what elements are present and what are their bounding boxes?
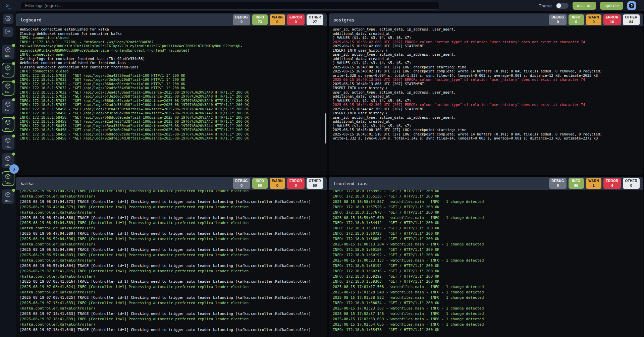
badge-other[interactable]: OTHER0 (623, 178, 640, 188)
panel-title: frontend-iaas (333, 181, 368, 186)
sidebar-container-item[interactable]: lo… (2, 171, 14, 186)
log-line: 2025-08-15 16:40:00.783 UTC [27] LOG: ch… (333, 65, 640, 69)
log-output[interactable]: WebSocket connection established for kaf… (16, 26, 327, 175)
badge-error[interactable]: ERROR16 (603, 14, 621, 25)
scrollbar-thumb[interactable] (325, 113, 326, 144)
status-dot-icon (12, 153, 15, 156)
log-line: [2025-08-19 06:42:04,580] TRACE [Control… (20, 215, 324, 221)
badge-debug[interactable]: DEBUG0 (233, 14, 250, 25)
container-cube-icon (5, 101, 11, 108)
container-label: zo… (5, 163, 10, 166)
log-line: 2025-08-15 17:00:23,137 - watchfiles.mai… (333, 258, 640, 263)
status-dot-icon (12, 80, 15, 83)
log-line: user_id, action_type, action_data, ip_ad… (333, 90, 640, 95)
badge-info[interactable]: INFO73 (252, 14, 268, 25)
log-line: Closing WebSocket connection for contain… (20, 32, 324, 36)
badge-debug[interactable]: DEBUG0 (549, 178, 567, 188)
log-line: tail=100&token=eyJhbGciOiJIUzI1NiIsInR5c… (20, 44, 324, 48)
badge-debug[interactable]: DEBUG0 (233, 178, 250, 188)
log-line: INFO: 172.18.0.1:60192 - "GET / HTTP/1.1… (333, 263, 640, 269)
log-line: INFO: 172.18.0.1:60186 - "GET / HTTP/1.1… (333, 247, 640, 252)
sidebar-items: au… fr… ka… ka… po… re… zo (0, 41, 16, 204)
status-dot-icon (12, 134, 15, 137)
log-output[interactable]: user_id, action_type, action_data, ip_ad… (329, 26, 643, 175)
container-label: re… (5, 145, 10, 148)
log-line: INFO: 172.18.0.1:57678 - "GET / HTTP/1.1… (333, 210, 640, 215)
panel-header: logboard DEBUG0INFO73WARN0ERROR0OTHER27 (16, 13, 327, 26)
log-line: user_id, action_type, action_data, ip_ad… (333, 52, 640, 57)
sidebar-container-item[interactable]: re… (2, 135, 14, 150)
log-line: [2025-08-19 07:08:41,624] INFO [Controll… (20, 284, 324, 290)
sidebar: au… fr… ka… ka… po… re… zo (0, 11, 16, 337)
ws-toggle-button[interactable]: ws: on (573, 2, 596, 10)
badge-other[interactable]: OTHER84 (623, 14, 640, 25)
log-line: ) VALUES ($1, $2, $3, $4, $5, $6, $7) (333, 61, 640, 65)
status-dot-icon (12, 44, 15, 47)
log-line: INFO: 172.18.0.1:59308 - "GET / HTTP/1.1… (333, 279, 640, 284)
badge-other[interactable]: OTHER50 (307, 178, 324, 188)
log-line: INFO: 172.18.0.1:60216 - "GET / HTTP/1.1… (333, 269, 640, 274)
badge-warn[interactable]: WARN0 (270, 14, 285, 25)
log-line: [2025-08-19 07:08:41,625] TRACE [Control… (20, 295, 324, 300)
log-line: INFO: 172.18.0.1:55478 - "GET / HTTP/1.1… (333, 327, 640, 333)
log-line: INFO: 172.18.0.1:60192 - "GET / HTTP/1.1… (333, 252, 640, 258)
help-button[interactable]: ? (627, 1, 636, 10)
log-line: 2025-08-15 16:45:00.169 UTC [27] LOG: ch… (333, 128, 640, 132)
log-line: [2025-08-19 06:37:04,573] INFO [Controll… (20, 190, 324, 194)
badge-warn[interactable]: WARN1 (586, 178, 601, 188)
badge-info[interactable]: INFO95 (569, 178, 584, 188)
badge-info[interactable]: INFO0 (569, 14, 584, 25)
log-line: 2025-08-15 16:59:07,670 - watchfiles.mai… (333, 215, 640, 221)
badge-warn[interactable]: WARN0 (586, 14, 601, 25)
badge-error[interactable]: ERROR0 (287, 14, 305, 25)
log-line: 2025-08-15 16:44:42.309 UTC [207] ERROR:… (333, 103, 640, 107)
log-line: [2025-08-19 06:57:04,604] TRACE [Control… (20, 263, 324, 269)
chevron-right-icon: ❯ (13, 166, 15, 172)
sidebar-container-item[interactable]: us… (2, 189, 14, 204)
badge-other[interactable]: OTHER27 (307, 14, 324, 25)
sidebar-container-item[interactable]: au… (2, 45, 14, 59)
badge-debug[interactable]: DEBUG0 (549, 14, 567, 25)
status-dot-icon (12, 62, 15, 65)
sidebar-container-item[interactable]: ka… (2, 81, 14, 96)
badge-error[interactable]: ERROR4 (603, 178, 621, 188)
log-line: 2025-08-15 16:44:42.309 UTC [207] STATEM… (333, 107, 640, 111)
status-dot-icon (12, 98, 15, 101)
log-line: 2025-08-15 16:40:13.868 UTC [207] ERROR:… (333, 77, 640, 82)
log-line: 2025-08-15 17:02:37,146 - watchfiles.mai… (333, 311, 640, 317)
log-output[interactable]: [2025-08-19 06:37:04,573] INFO [Controll… (16, 190, 327, 337)
log-line: INFO: 172.18.0.1:58458 - "GET /api/logs/… (20, 119, 324, 124)
log-line: 2025-08-15 16:40:02.119 UTC [27] LOG: ch… (333, 69, 640, 73)
log-line: ) VALUES ($1, $2, $3, $4, $5, $6, $7) (333, 36, 640, 40)
log-line: [2025-08-19 07:13:41,633] INFO [Controll… (20, 300, 324, 306)
help-icon: ? (629, 3, 634, 8)
logout-button[interactable] (3, 27, 13, 37)
log-line: ) VALUES ($1, $2, $3, $4, $5, $6, $7) (333, 124, 640, 128)
update-button[interactable]: update (600, 2, 623, 10)
panel-header: kafka DEBUG0INFO50WARN0ERROR0OTHER50 (16, 177, 327, 190)
log-line: [2025-08-19 07:18:41,640] TRACE [Control… (20, 327, 324, 333)
settings-button[interactable] (3, 14, 13, 24)
log-panel-kafka: kafka DEBUG0INFO50WARN0ERROR0OTHER50 [20… (16, 177, 327, 337)
log-output[interactable]: INFO: 172.18.0.1:63952 - "GET / HTTP/1.1… (329, 190, 643, 337)
log-line: INFO: 172.18.0.1:57032 - "GET /api/logs/… (20, 94, 324, 99)
badge-info[interactable]: INFO50 (252, 178, 268, 188)
container-label: lo… (5, 181, 10, 184)
badge-warn[interactable]: WARN0 (270, 178, 285, 188)
sidebar-container-item[interactable]: ka… (2, 99, 14, 114)
badge-group: DEBUG0INFO0WARN0ERROR16OTHER84 (549, 14, 640, 25)
topbar-controls: Theme ws: on update ? (539, 1, 644, 10)
sidebar-expand-button[interactable]: ❯ (9, 164, 19, 174)
badge-error[interactable]: ERROR0 (287, 178, 305, 188)
theme-toggle[interactable] (556, 3, 569, 9)
log-line: [2025-08-19 06:52:04,596] INFO [Controll… (20, 236, 324, 242)
filter-input[interactable] (21, 2, 439, 10)
container-cube-icon (5, 119, 11, 126)
log-line: [2025-08-19 07:03:41,615] INFO [Controll… (20, 269, 324, 274)
sidebar-container-item[interactable]: fr… (2, 63, 14, 77)
log-line: 2025-08-15 17:02:23,307 - watchfiles.mai… (333, 306, 640, 311)
sidebar-container-item[interactable]: po… (2, 117, 14, 132)
terminal-icon: >_ (0, 3, 17, 9)
badge-group: DEBUG0INFO73WARN0ERROR0OTHER27 (233, 14, 323, 25)
log-line: (kafka.controller.KafkaController) (20, 242, 324, 247)
